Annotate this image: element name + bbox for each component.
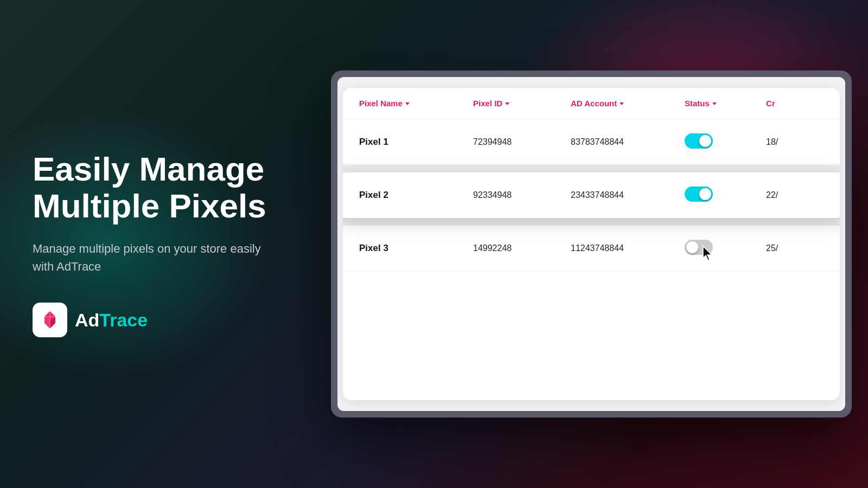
toggle-knob xyxy=(699,135,711,147)
ad-account-header[interactable]: AD Account xyxy=(571,99,685,108)
adtrace-logo-icon xyxy=(33,303,67,337)
pixel-name-cell: Pixel 3 xyxy=(359,243,473,254)
table-row: Pixel 2 92334948 23433748844 22/ xyxy=(343,172,840,218)
pixel-name-cell: Pixel 1 xyxy=(359,137,473,147)
pixel-id-header[interactable]: Pixel ID xyxy=(473,99,571,108)
ad-account-header-label: AD Account xyxy=(571,99,617,108)
created-cell: 22/ xyxy=(766,190,824,200)
device-inner: Pixel Name Pixel ID AD Account Stat xyxy=(337,77,845,411)
cursor-icon xyxy=(701,245,716,262)
table-wrapper: Pixel Name Pixel ID AD Account Stat xyxy=(343,88,840,400)
right-panel: Pixel Name Pixel ID AD Account Stat xyxy=(315,70,868,418)
status-header-label: Status xyxy=(685,99,710,108)
pixel-id-cell: 92334948 xyxy=(473,190,571,200)
adtrace-icon-svg xyxy=(39,309,61,331)
toggle-knob xyxy=(686,241,698,253)
logo-text: AdTrace xyxy=(75,310,148,331)
created-cell: 25/ xyxy=(766,243,824,253)
status-cell xyxy=(685,240,766,257)
status-toggle[interactable] xyxy=(685,133,713,149)
table-row: Pixel 3 14992248 11243748844 xyxy=(343,226,840,271)
ad-account-cell: 83783748844 xyxy=(571,137,685,147)
logo-container: AdTrace xyxy=(33,303,282,337)
table-rows: Pixel 1 72394948 83783748844 18/ xyxy=(343,119,840,271)
headline-line1: Easily Manage xyxy=(33,150,264,188)
device-frame: Pixel Name Pixel ID AD Account Stat xyxy=(331,70,852,418)
status-chevron-icon xyxy=(712,102,717,105)
logo-text-plain: Ad xyxy=(75,310,99,330)
table-row: Pixel 1 72394948 83783748844 18/ xyxy=(343,119,840,165)
headline: Easily Manage Multiple Pixels xyxy=(33,151,282,224)
ad-account-chevron-icon xyxy=(620,102,624,105)
pixel-name-cell: Pixel 2 xyxy=(359,190,473,201)
pixel-id-cell: 14992248 xyxy=(473,243,571,253)
status-toggle[interactable] xyxy=(685,187,713,202)
ad-account-cell: 23433748844 xyxy=(571,190,685,200)
left-panel: Easily Manage Multiple Pixels Manage mul… xyxy=(0,151,315,337)
status-toggle[interactable] xyxy=(685,240,713,255)
main-content: Easily Manage Multiple Pixels Manage mul… xyxy=(0,0,868,488)
pixel-id-chevron-icon xyxy=(505,102,509,105)
headline-line2: Multiple Pixels xyxy=(33,187,266,224)
pixel-name-header-label: Pixel Name xyxy=(359,99,403,108)
logo-text-brand: Trace xyxy=(99,310,148,330)
status-header[interactable]: Status xyxy=(685,99,766,108)
created-header-label: Cr xyxy=(766,99,775,108)
pixel-name-chevron-icon xyxy=(405,102,410,105)
created-cell: 18/ xyxy=(766,137,824,147)
subtext: Manage multiple pixels on your store eas… xyxy=(33,240,282,275)
pixel-id-cell: 72394948 xyxy=(473,137,571,147)
toggle-knob xyxy=(699,188,711,200)
created-header[interactable]: Cr xyxy=(766,99,824,108)
status-cell xyxy=(685,133,766,151)
table-header: Pixel Name Pixel ID AD Account Stat xyxy=(343,88,840,119)
pixel-id-header-label: Pixel ID xyxy=(473,99,502,108)
pixel-name-header[interactable]: Pixel Name xyxy=(359,99,473,108)
status-cell xyxy=(685,187,766,204)
ad-account-cell: 11243748844 xyxy=(571,243,685,253)
